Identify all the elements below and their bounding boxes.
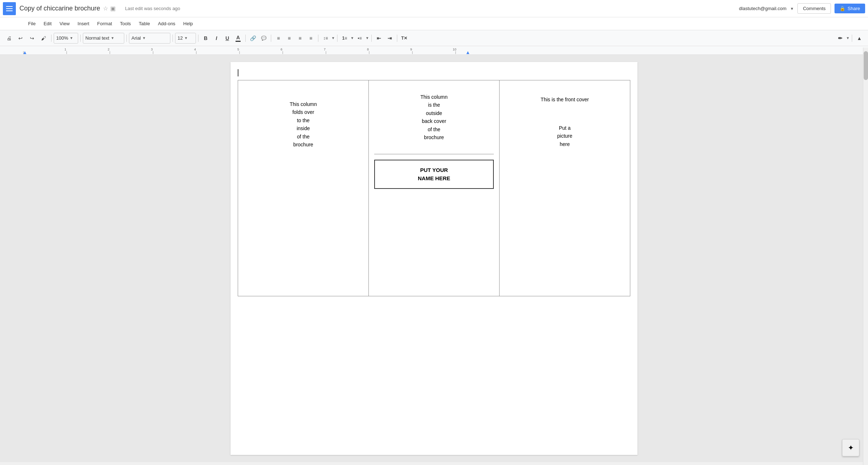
dropdown-icon: ▼ [790, 6, 794, 11]
menu-addons[interactable]: Add-ons [154, 19, 179, 28]
column-1-cell[interactable]: This columnfolds overto theinsideof theb… [238, 80, 369, 296]
explore-fab[interactable]: ✦ [842, 439, 859, 456]
separator-8 [318, 35, 318, 42]
svg-text:5: 5 [237, 48, 239, 51]
column-2-cell[interactable]: This columnis theoutsideback coverof the… [369, 80, 500, 296]
draw-button[interactable]: ✏ [835, 33, 845, 43]
document-area: This columnfolds overto theinsideof theb… [0, 55, 868, 462]
collapse-toolbar-button[interactable]: ▲ [854, 33, 864, 43]
cursor-line [238, 69, 238, 76]
align-justify-button[interactable]: ≡ [306, 33, 316, 43]
align-left-button[interactable]: ≡ [273, 33, 283, 43]
separator-2 [80, 35, 81, 42]
user-email[interactable]: dlastutech@gmail.com [739, 6, 787, 11]
separator-10 [371, 35, 372, 42]
undo-button[interactable]: ↩ [15, 33, 26, 44]
text-color-label: A [236, 35, 241, 42]
menu-file[interactable]: File [24, 19, 39, 28]
zoom-dropdown[interactable]: 100% ▼ [54, 33, 78, 44]
bold-button[interactable]: B [201, 33, 211, 43]
separator-6 [245, 35, 246, 42]
col2-divider [374, 154, 494, 154]
italic-button[interactable]: I [211, 33, 222, 43]
line-spacing-chevron: ▼ [331, 36, 335, 40]
ruler: 1 2 3 4 5 6 7 8 9 10 [0, 46, 868, 55]
svg-text:9: 9 [410, 48, 412, 51]
menu-format[interactable]: Format [94, 19, 116, 28]
menu-edit[interactable]: Edit [40, 19, 55, 28]
separator-7 [271, 35, 271, 42]
folder-icon[interactable]: ▣ [110, 5, 116, 12]
col2-content: This columnis theoutsideback coverof the… [374, 86, 494, 189]
lock-icon: 🔒 [840, 6, 845, 11]
user-area: dlastutech@gmail.com ▼ Comments 🔒 Share [739, 3, 865, 14]
bullet-list-chevron: ▼ [366, 36, 369, 40]
svg-text:7: 7 [324, 48, 326, 51]
svg-text:10: 10 [453, 48, 456, 51]
redo-button[interactable]: ↪ [27, 33, 37, 44]
comments-button[interactable]: Comments [797, 3, 831, 14]
numbered-list-chevron: ▼ [350, 36, 354, 40]
separator-3 [126, 35, 127, 42]
toolbar: 🖨 ↩ ↪ 🖌 100% ▼ Normal text ▼ Arial ▼ 12 … [0, 30, 868, 46]
svg-rect-0 [0, 46, 868, 55]
column-3-cell[interactable]: This is the front cover Put apicturehere [500, 80, 630, 296]
separator-4 [173, 35, 173, 42]
menu-bar: File Edit View Insert Format Tools Table… [0, 17, 868, 30]
draw-chevron: ▼ [846, 36, 850, 40]
align-center-button[interactable]: ≡ [284, 33, 294, 43]
share-label: Share [847, 6, 860, 11]
paint-format-button[interactable]: 🖌 [38, 33, 49, 44]
size-chevron: ▼ [184, 36, 188, 40]
separator-9 [337, 35, 337, 42]
menu-insert[interactable]: Insert [74, 19, 93, 28]
text-color-button[interactable]: A [233, 33, 243, 43]
style-dropdown[interactable]: Normal text ▼ [83, 33, 124, 44]
document-page[interactable]: This columnfolds overto theinsideof theb… [231, 62, 637, 455]
style-chevron: ▼ [111, 36, 114, 40]
comment-inline-button[interactable]: 💬 [259, 33, 269, 43]
col2-top-text: This columnis theoutsideback coverof the… [374, 86, 494, 149]
font-dropdown[interactable]: Arial ▼ [129, 33, 170, 44]
print-button[interactable]: 🖨 [4, 33, 14, 44]
link-button[interactable]: 🔗 [248, 33, 258, 43]
svg-text:3: 3 [151, 48, 153, 51]
last-edit-status: Last edit was seconds ago [125, 6, 739, 11]
size-value: 12 [178, 35, 183, 41]
align-right-button[interactable]: ≡ [295, 33, 305, 43]
col3-picture-text: Put apicturehere [505, 124, 625, 148]
separator-11 [397, 35, 397, 42]
menu-view[interactable]: View [56, 19, 73, 28]
increase-indent-button[interactable]: ⇥ [385, 33, 395, 43]
font-size-dropdown[interactable]: 12 ▼ [175, 33, 196, 44]
svg-text:2: 2 [108, 48, 109, 51]
svg-text:6: 6 [281, 48, 282, 51]
style-value: Normal text [85, 35, 109, 41]
svg-text:8: 8 [367, 48, 369, 51]
menu-table[interactable]: Table [135, 19, 153, 28]
star-icon[interactable]: ☆ [103, 5, 108, 12]
svg-text:1: 1 [64, 48, 66, 51]
zoom-value: 100% [56, 35, 68, 41]
line-spacing-button[interactable]: ↕≡ [321, 33, 331, 43]
separator-1 [51, 35, 52, 42]
col3-top-text: This is the front cover [505, 97, 625, 102]
bullet-list-button[interactable]: •≡ [355, 33, 365, 43]
underline-button[interactable]: U [222, 33, 232, 43]
numbered-list-button[interactable]: 1≡ [340, 33, 350, 43]
clear-formatting-button[interactable]: T✕ [399, 33, 410, 43]
font-value: Arial [131, 35, 141, 41]
share-button[interactable]: 🔒 Share [835, 4, 865, 13]
menu-help[interactable]: Help [180, 19, 197, 28]
menu-tools[interactable]: Tools [116, 19, 134, 28]
app-menu-button[interactable] [3, 2, 16, 15]
svg-text:4: 4 [194, 48, 196, 51]
decrease-indent-button[interactable]: ⇤ [374, 33, 384, 43]
zoom-chevron: ▼ [70, 36, 73, 40]
top-bar: Copy of chiccarine brochure ☆ ▣ Last edi… [0, 0, 868, 17]
scrollbar[interactable] [863, 48, 868, 462]
scrollbar-thumb[interactable] [864, 51, 868, 80]
col2-name-box[interactable]: PUT YOURNAME HERE [374, 160, 494, 189]
separator-5 [198, 35, 198, 42]
explore-icon: ✦ [848, 443, 854, 452]
